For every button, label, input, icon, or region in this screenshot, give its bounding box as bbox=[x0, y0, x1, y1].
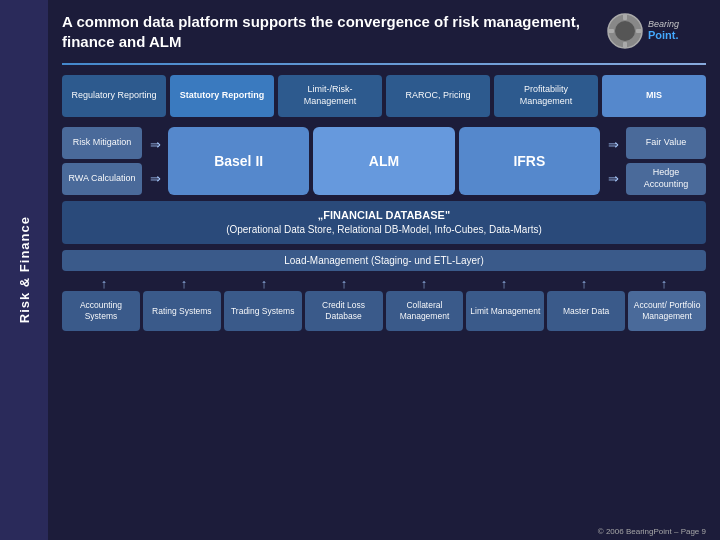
up-arrow-6-icon: ↑ bbox=[464, 277, 544, 290]
svg-rect-5 bbox=[636, 29, 642, 33]
arrow-right-top-icon: ⇒ bbox=[150, 137, 161, 152]
page-title: A common data platform supports the conv… bbox=[62, 12, 606, 51]
top-box-limit: Limit-/Risk-Management bbox=[278, 75, 382, 117]
top-box-raroc: RAROC, Pricing bbox=[386, 75, 490, 117]
logo: Bearing Point. bbox=[606, 12, 706, 50]
footer-text: © 2006 BearingPoint – Page 9 bbox=[598, 527, 706, 536]
rwa-calculation-box: RWA Calculation bbox=[62, 163, 142, 195]
svg-rect-3 bbox=[623, 42, 627, 48]
slide: Risk & Finance A common data platform su… bbox=[0, 0, 720, 540]
svg-point-1 bbox=[615, 21, 635, 41]
rating-systems-box: Rating Systems bbox=[143, 291, 221, 331]
load-management-section: Load-Management (Staging- und ETL-Layer) bbox=[62, 250, 706, 271]
risk-mitigation-box: Risk Mitigation bbox=[62, 127, 142, 159]
left-arrows: ⇒ ⇒ bbox=[148, 127, 162, 195]
load-management-label: Load-Management (Staging- und ETL-Layer) bbox=[284, 255, 484, 266]
top-box-statutory: Statutory Reporting bbox=[170, 75, 274, 117]
main-content: A common data platform supports the conv… bbox=[48, 0, 720, 540]
db-subtitle: (Operational Data Store, Relational DB-M… bbox=[70, 223, 698, 237]
alm-box: ALM bbox=[313, 127, 454, 195]
up-arrow-4-icon: ↑ bbox=[304, 277, 384, 290]
db-title: „FINANCIAL DATABASE" bbox=[70, 208, 698, 223]
header: A common data platform supports the conv… bbox=[62, 12, 706, 51]
top-box-mis: MIS bbox=[602, 75, 706, 117]
trading-systems-box: Trading Systems bbox=[224, 291, 302, 331]
right-arrows: ⇒ ⇒ bbox=[606, 127, 620, 195]
up-arrow-5-icon: ↑ bbox=[384, 277, 464, 290]
header-divider bbox=[62, 63, 706, 65]
footer: © 2006 BearingPoint – Page 9 bbox=[598, 527, 706, 536]
up-arrow-1-icon: ↑ bbox=[64, 277, 144, 290]
hedge-accounting-box: Hedge Accounting bbox=[626, 163, 706, 195]
svg-text:Bearing: Bearing bbox=[648, 19, 679, 29]
ifrs-box: IFRS bbox=[459, 127, 600, 195]
top-box-profitability: Profitability Management bbox=[494, 75, 598, 117]
up-arrow-3-icon: ↑ bbox=[224, 277, 304, 290]
limit-management-box: Limit Management bbox=[466, 291, 544, 331]
right-column: Fair Value Hedge Accounting bbox=[626, 127, 706, 195]
accounting-systems-box: Accounting Systems bbox=[62, 291, 140, 331]
svg-text:Point.: Point. bbox=[648, 29, 679, 41]
sidebar-label: Risk & Finance bbox=[17, 216, 32, 323]
bearingpoint-logo-icon: Bearing Point. bbox=[606, 12, 706, 50]
left-column: Risk Mitigation RWA Calculation bbox=[62, 127, 142, 195]
arrow-left-bot-icon: ⇒ bbox=[608, 171, 619, 186]
bottom-row: Accounting Systems Rating Systems Tradin… bbox=[62, 291, 706, 331]
credit-loss-box: Credit Loss Database bbox=[305, 291, 383, 331]
fair-value-box: Fair Value bbox=[626, 127, 706, 159]
svg-rect-4 bbox=[608, 29, 614, 33]
up-arrows-row: ↑ ↑ ↑ ↑ ↑ ↑ ↑ ↑ bbox=[62, 277, 706, 290]
center-column: Basel II ALM IFRS bbox=[168, 127, 600, 195]
svg-rect-2 bbox=[623, 14, 627, 20]
basel-ii-box: Basel II bbox=[168, 127, 309, 195]
sidebar: Risk & Finance bbox=[0, 0, 48, 540]
arrow-left-top-icon: ⇒ bbox=[608, 137, 619, 152]
up-arrow-7-icon: ↑ bbox=[544, 277, 624, 290]
middle-section: Risk Mitigation RWA Calculation ⇒ ⇒ Base… bbox=[62, 127, 706, 195]
account-portfolio-box: Account/ Portfolio Management bbox=[628, 291, 706, 331]
up-arrow-2-icon: ↑ bbox=[144, 277, 224, 290]
financial-database-section: „FINANCIAL DATABASE" (Operational Data S… bbox=[62, 201, 706, 244]
up-arrow-8-icon: ↑ bbox=[624, 277, 704, 290]
master-data-box: Master Data bbox=[547, 291, 625, 331]
collateral-management-box: Collateral Management bbox=[386, 291, 464, 331]
arrow-right-bot-icon: ⇒ bbox=[150, 171, 161, 186]
top-row: Regulatory Reporting Statutory Reporting… bbox=[62, 75, 706, 117]
top-box-regulatory: Regulatory Reporting bbox=[62, 75, 166, 117]
